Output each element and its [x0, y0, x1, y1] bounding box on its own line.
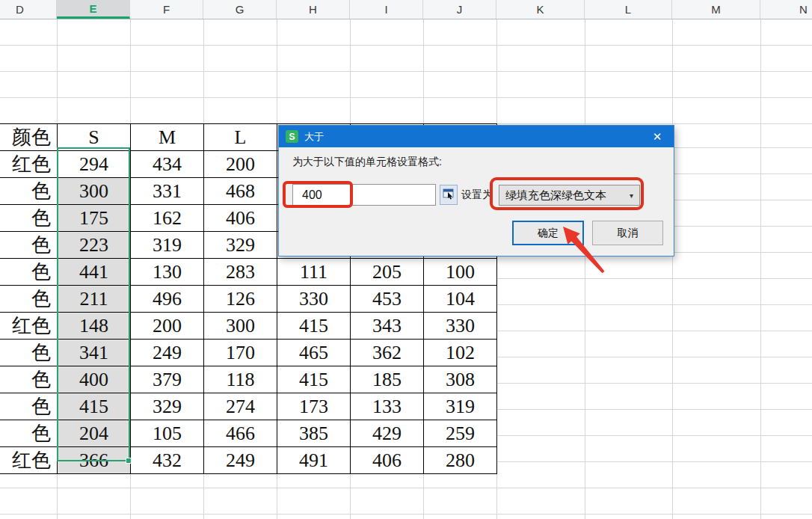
table-cell[interactable]: 249: [131, 340, 204, 366]
table-cell[interactable]: 223: [58, 232, 131, 259]
table-cell[interactable]: 434: [131, 151, 204, 178]
table-cell[interactable]: 343: [351, 313, 424, 340]
table-cell[interactable]: 173: [277, 393, 351, 420]
table-header-cell[interactable]: 颜色: [0, 124, 58, 151]
column-header-L[interactable]: L: [585, 0, 672, 19]
table-cell[interactable]: 133: [351, 393, 424, 420]
table-cell[interactable]: 162: [131, 205, 204, 232]
table-header-cell[interactable]: L: [204, 124, 277, 151]
column-header-D[interactable]: D: [0, 0, 57, 19]
column-header-K[interactable]: K: [496, 0, 585, 19]
table-cell[interactable]: 300: [58, 178, 131, 205]
table-cell[interactable]: 496: [131, 286, 204, 313]
table-cell[interactable]: 468: [204, 178, 277, 205]
spreadsheet-screen: DEFGHIJKLMN 颜色SML红色294434200色300331468色1…: [0, 0, 812, 519]
column-header-N[interactable]: N: [760, 0, 812, 19]
gridline: [0, 71, 812, 72]
column-header-E[interactable]: E: [57, 0, 130, 19]
table-cell[interactable]: 280: [424, 447, 497, 474]
table-cell[interactable]: 200: [204, 151, 277, 178]
table-cell[interactable]: 259: [424, 420, 497, 447]
table-cell[interactable]: 102: [424, 340, 497, 366]
table-cell[interactable]: 色: [0, 393, 58, 420]
table-cell[interactable]: 432: [131, 447, 204, 474]
table-cell[interactable]: 175: [58, 205, 131, 232]
table-cell[interactable]: 211: [58, 286, 131, 313]
table-cell[interactable]: 331: [131, 178, 204, 205]
table-cell[interactable]: 308: [424, 366, 497, 393]
table-cell[interactable]: 406: [204, 205, 277, 232]
table-cell[interactable]: 色: [0, 286, 58, 313]
table-cell[interactable]: 205: [351, 259, 424, 286]
table-cell[interactable]: 341: [58, 340, 131, 366]
table-cell[interactable]: 362: [351, 340, 424, 366]
table-cell[interactable]: 118: [204, 366, 277, 393]
table-header-cell[interactable]: M: [131, 124, 204, 151]
table-cell[interactable]: 100: [424, 259, 497, 286]
table-cell[interactable]: 283: [204, 259, 277, 286]
table-cell[interactable]: 色: [0, 232, 58, 259]
table-cell[interactable]: 415: [277, 313, 351, 340]
table-cell[interactable]: 色: [0, 366, 58, 393]
gridline: [760, 0, 761, 519]
fill-handle[interactable]: [126, 458, 132, 464]
table-cell[interactable]: 429: [351, 420, 424, 447]
table-cell[interactable]: 274: [204, 393, 277, 420]
close-icon[interactable]: ✕: [641, 126, 674, 147]
column-header-F[interactable]: F: [130, 0, 203, 19]
table-cell[interactable]: 466: [204, 420, 277, 447]
table-cell[interactable]: 300: [204, 313, 277, 340]
table-cell[interactable]: 385: [277, 420, 351, 447]
table-cell[interactable]: 红色: [0, 151, 58, 178]
column-header-M[interactable]: M: [672, 0, 760, 19]
table-cell[interactable]: 366: [58, 447, 131, 474]
table-cell[interactable]: 415: [277, 366, 351, 393]
column-header-J[interactable]: J: [423, 0, 496, 19]
table-cell[interactable]: 329: [204, 232, 277, 259]
table-cell[interactable]: 400: [58, 366, 131, 393]
ok-button[interactable]: 确定: [512, 221, 584, 245]
table-cell[interactable]: 130: [131, 259, 204, 286]
table-cell[interactable]: 色: [0, 178, 58, 205]
column-header-H[interactable]: H: [277, 0, 350, 19]
table-cell[interactable]: 453: [351, 286, 424, 313]
table-header-cell[interactable]: S: [58, 124, 131, 151]
table-cell[interactable]: 104: [424, 286, 497, 313]
dialog-titlebar[interactable]: S 大于 ✕: [279, 126, 674, 147]
table-cell[interactable]: 330: [277, 286, 351, 313]
table-cell[interactable]: 色: [0, 420, 58, 447]
column-header-I[interactable]: I: [350, 0, 423, 19]
table-cell[interactable]: 105: [131, 420, 204, 447]
table-cell[interactable]: 红色: [0, 313, 58, 340]
table-cell[interactable]: 319: [424, 393, 497, 420]
table-cell[interactable]: 126: [204, 286, 277, 313]
table-cell[interactable]: 色: [0, 259, 58, 286]
table-cell[interactable]: 148: [58, 313, 131, 340]
value-input[interactable]: [292, 184, 436, 206]
table-cell[interactable]: 170: [204, 340, 277, 366]
table-cell[interactable]: 330: [424, 313, 497, 340]
table-cell[interactable]: 319: [131, 232, 204, 259]
table-cell[interactable]: 294: [58, 151, 131, 178]
wps-logo-icon: S: [286, 130, 298, 143]
column-header-G[interactable]: G: [203, 0, 277, 19]
table-cell[interactable]: 415: [58, 393, 131, 420]
table-cell[interactable]: 491: [277, 447, 351, 474]
greater-than-dialog: S 大于 ✕ 为大于以下值的单元格设置格式: 设置为 绿填充色深绿色文本 ▾ 确…: [278, 125, 674, 257]
table-cell[interactable]: 379: [131, 366, 204, 393]
table-cell[interactable]: 465: [277, 340, 351, 366]
table-cell[interactable]: 200: [131, 313, 204, 340]
table-cell[interactable]: 色: [0, 340, 58, 366]
table-cell[interactable]: 329: [131, 393, 204, 420]
table-cell[interactable]: 406: [351, 447, 424, 474]
table-cell[interactable]: 185: [351, 366, 424, 393]
table-cell[interactable]: 441: [58, 259, 131, 286]
cancel-button[interactable]: 取消: [592, 221, 663, 245]
table-cell[interactable]: 249: [204, 447, 277, 474]
table-cell[interactable]: 111: [277, 259, 351, 286]
range-selector-button[interactable]: [440, 185, 458, 205]
table-cell[interactable]: 色: [0, 205, 58, 232]
format-dropdown[interactable]: 绿填充色深绿色文本 ▾: [499, 185, 640, 206]
table-cell[interactable]: 红色: [0, 447, 58, 474]
table-cell[interactable]: 204: [58, 420, 131, 447]
